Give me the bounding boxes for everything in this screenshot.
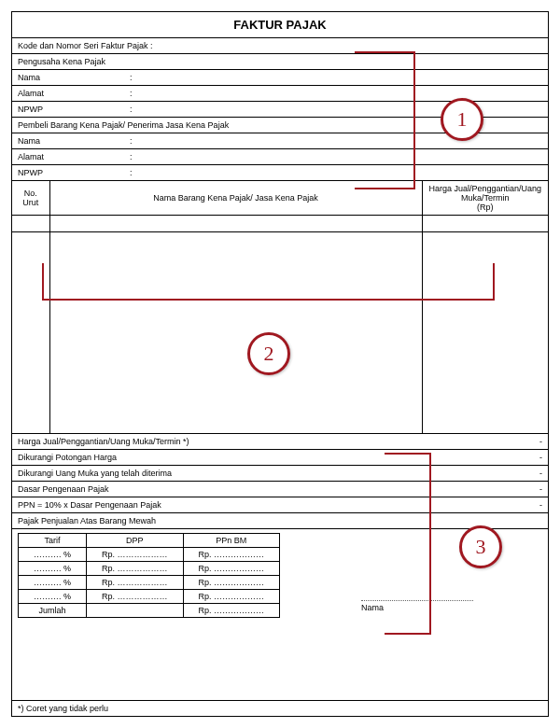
lux-header: Pajak Penjualan Atas Barang Mewah bbox=[12, 512, 548, 528]
items-empty-row bbox=[12, 216, 548, 232]
items-table: No. Urut Nama Barang Kena Pajak/ Jasa Ke… bbox=[12, 180, 548, 433]
lux-table: TarifDPPPPn BM ………. %Rp. ………………Rp. ……………… bbox=[18, 533, 280, 618]
col-no: No. Urut bbox=[12, 181, 49, 216]
seller-header: Pengusaha Kena Pajak bbox=[12, 53, 548, 69]
items-body bbox=[12, 232, 548, 433]
doc-title: FAKTUR PAJAK bbox=[12, 12, 548, 37]
col-price: Harga Jual/Penggantian/Uang Muka/Termin … bbox=[422, 181, 548, 216]
bracket-3 bbox=[385, 453, 431, 635]
bracket-1 bbox=[355, 51, 415, 189]
footnote: *) Coret yang tidak perlu bbox=[12, 700, 548, 716]
kode-row: Kode dan Nomor Seri Faktur Pajak : bbox=[12, 37, 548, 53]
buyer-alamat: Alamat: bbox=[12, 148, 548, 164]
callout-1: 1 bbox=[441, 98, 483, 141]
callout-3: 3 bbox=[459, 525, 502, 568]
bracket-2 bbox=[42, 263, 495, 301]
seller-nama: Nama: bbox=[12, 69, 548, 85]
callout-2: 2 bbox=[247, 332, 290, 375]
totals-block: Harga Jual/Penggantian/Uang Muka/Termin … bbox=[12, 433, 548, 512]
buyer-npwp: NPWP: bbox=[12, 164, 548, 180]
